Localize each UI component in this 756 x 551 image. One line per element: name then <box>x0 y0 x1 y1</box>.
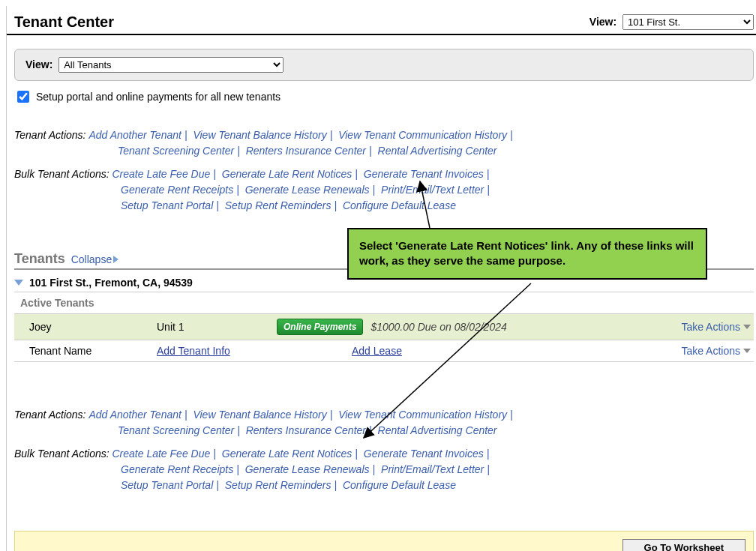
take-actions-menu[interactable]: Take Actions <box>681 321 751 333</box>
setup-tenant-portal-link[interactable]: Setup Tenant Portal <box>121 199 213 211</box>
rental-advertising-link[interactable]: Rental Advertising Center <box>378 145 497 157</box>
bulk-actions-top: Bulk Tenant Actions: Create Late Fee Due… <box>14 166 754 214</box>
generate-lease-renewals-link[interactable]: Generate Lease Renewals <box>245 184 370 196</box>
view-balance-history-link[interactable]: View Tenant Balance History <box>193 409 326 421</box>
add-another-tenant-link[interactable]: Add Another Tenant <box>88 409 182 421</box>
configure-default-lease-link[interactable]: Configure Default Lease <box>343 479 456 491</box>
caret-down-icon <box>743 349 751 353</box>
generate-tenant-invoices-link[interactable]: Generate Tenant Invoices <box>364 168 484 180</box>
setup-rent-reminders-link[interactable]: Setup Rent Reminders <box>225 199 332 211</box>
generate-lease-renewals-link[interactable]: Generate Lease Renewals <box>245 463 370 475</box>
collapse-link[interactable]: Collapse <box>71 253 118 265</box>
view-comm-history-link[interactable]: View Tenant Communication History <box>338 409 507 421</box>
generate-tenant-invoices-link[interactable]: Generate Tenant Invoices <box>364 448 484 460</box>
setup-rent-reminders-link[interactable]: Setup Rent Reminders <box>225 479 332 491</box>
go-to-worksheet-button[interactable]: Go To Worksheet <box>622 539 746 551</box>
print-email-text-letter-link[interactable]: Print/Email/Text Letter <box>381 184 484 196</box>
renters-insurance-link[interactable]: Renters Insurance Center <box>246 424 366 436</box>
setup-portal-row: Setup portal and online payments for all… <box>14 88 754 105</box>
tenant-actions-label: Tenant Actions: <box>14 129 86 141</box>
generate-rent-receipts-link[interactable]: Generate Rent Receipts <box>121 463 233 475</box>
chevron-right-icon <box>113 256 118 263</box>
create-late-fee-link[interactable]: Create Late Fee Due <box>112 168 211 180</box>
configure-default-lease-link[interactable]: Configure Default Lease <box>343 199 456 211</box>
table-row: Joey Unit 1 Online Payments $1000.00 Due… <box>14 314 754 340</box>
filter-view-select[interactable]: All Tenants <box>58 57 284 73</box>
add-lease-link[interactable]: Add Lease <box>352 345 402 357</box>
online-payments-badge[interactable]: Online Payments <box>277 319 363 335</box>
bulk-actions-bottom: Bulk Tenant Actions: Create Late Fee Due… <box>14 446 754 493</box>
setup-portal-checkbox[interactable] <box>17 91 29 103</box>
payment-info: $1000.00 Due on 08/02/2024 <box>363 321 681 333</box>
generate-late-rent-notices-link[interactable]: Generate Late Rent Notices <box>222 168 352 180</box>
header-view-group: View: 101 First St. <box>590 14 754 30</box>
header-view-select[interactable]: 101 First St. <box>622 14 754 30</box>
chevron-down-icon <box>14 280 23 286</box>
setup-portal-label: Setup portal and online payments for all… <box>36 91 280 103</box>
tenant-unit: Unit 1 <box>157 321 277 333</box>
renters-insurance-link[interactable]: Renters Insurance Center <box>246 145 366 157</box>
generate-late-rent-notices-link[interactable]: Generate Late Rent Notices <box>222 448 352 460</box>
tenant-screening-link[interactable]: Tenant Screening Center <box>118 145 234 157</box>
tenant-actions-top: Tenant Actions: Add Another Tenant| View… <box>14 127 754 159</box>
filter-view-label: View: <box>26 58 52 70</box>
add-tenant-info-link[interactable]: Add Tenant Info <box>157 345 230 357</box>
view-balance-history-link[interactable]: View Tenant Balance History <box>193 129 326 141</box>
tenant-name: Tenant Name <box>29 345 157 357</box>
table-row: Tenant Name Add Tenant Info Add Lease Ta… <box>14 340 754 362</box>
tenants-heading: Tenants <box>14 251 65 267</box>
tenant-screening-link[interactable]: Tenant Screening Center <box>118 424 234 436</box>
generate-rent-receipts-link[interactable]: Generate Rent Receipts <box>121 184 233 196</box>
annotation-callout: Select 'Generate Late Rent Notices' link… <box>347 228 707 280</box>
create-late-fee-link[interactable]: Create Late Fee Due <box>112 448 211 460</box>
take-actions-label: Take Actions <box>681 345 740 357</box>
view-comm-history-link[interactable]: View Tenant Communication History <box>338 129 507 141</box>
add-another-tenant-link[interactable]: Add Another Tenant <box>88 129 182 141</box>
bulk-actions-label: Bulk Tenant Actions: <box>14 448 110 460</box>
print-email-text-letter-link[interactable]: Print/Email/Text Letter <box>381 463 484 475</box>
worksheet-bar: Go To Worksheet <box>14 531 754 551</box>
tenant-actions-bottom: Tenant Actions: Add Another Tenant| View… <box>14 407 754 439</box>
property-name: 101 First St., Fremont, CA, 94539 <box>29 277 193 289</box>
tenant-name: Joey <box>29 321 157 333</box>
take-actions-menu[interactable]: Take Actions <box>681 345 751 357</box>
filter-box: View: All Tenants <box>14 49 754 81</box>
caret-down-icon <box>743 325 751 329</box>
tenant-actions-label: Tenant Actions: <box>14 409 86 421</box>
header-view-label: View: <box>590 16 616 28</box>
collapse-label: Collapse <box>71 253 112 265</box>
header-row: Tenant Center View: 101 First St. <box>7 13 756 35</box>
bulk-actions-label: Bulk Tenant Actions: <box>14 168 110 180</box>
setup-tenant-portal-link[interactable]: Setup Tenant Portal <box>121 479 213 491</box>
page-title: Tenant Center <box>14 13 114 31</box>
take-actions-label: Take Actions <box>681 321 740 333</box>
rental-advertising-link[interactable]: Rental Advertising Center <box>378 424 497 436</box>
active-tenants-heading: Active Tenants <box>14 292 754 314</box>
